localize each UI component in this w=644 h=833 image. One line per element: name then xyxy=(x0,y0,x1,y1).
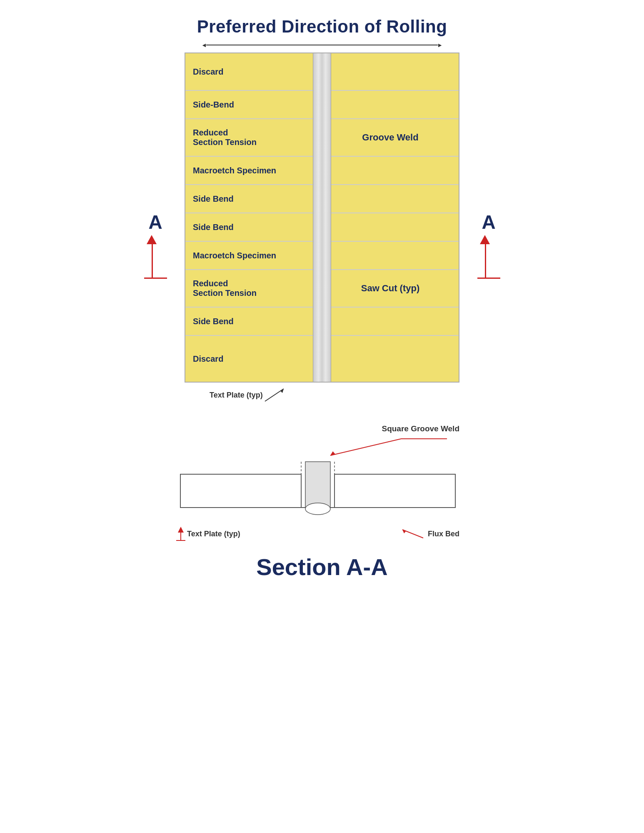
left-arrow-shaft xyxy=(152,244,153,278)
row-side-bend-1-label: Side-Bend xyxy=(193,100,234,110)
bottom-annotation-row: Text Plate (typ) Flux Bed xyxy=(176,527,459,541)
text-plate-arrow-head xyxy=(178,527,184,533)
row-macroetch-1-right xyxy=(322,157,459,184)
cross-section-svg xyxy=(176,458,459,524)
row-discard-bottom-label: Discard xyxy=(193,354,223,364)
svg-rect-6 xyxy=(334,474,455,508)
svg-rect-5 xyxy=(180,474,301,508)
row-side-bend-1-right xyxy=(322,91,459,118)
row-macroetch-1-label: Macroetch Specimen xyxy=(193,166,276,175)
row-side-bend-3-right xyxy=(322,213,459,241)
row-side-bend-3-label: Side Bend xyxy=(193,223,234,232)
text-plate-cross-annotation: Text Plate (typ) xyxy=(176,527,240,541)
row-groove-weld: Groove Weld xyxy=(322,119,459,156)
right-arrow-base xyxy=(477,278,500,279)
row-discard-bottom-left: Discard xyxy=(185,336,322,382)
text-plate-label: Text Plate (typ) xyxy=(210,391,263,400)
groove-weld-label: Groove Weld xyxy=(362,132,418,143)
row-side-bend-2-label: Side Bend xyxy=(193,194,234,204)
right-side-label: A xyxy=(472,211,505,279)
text-plate-arrow-shaft xyxy=(180,533,181,540)
row-side-bend-2-right xyxy=(322,185,459,213)
row-macroetch-2-left: Macroetch Specimen xyxy=(185,242,322,269)
flux-bed-leader-svg xyxy=(400,528,425,540)
row-reduced-tension-2-label: ReducedSection Tension xyxy=(193,279,257,298)
left-arrow-base xyxy=(144,278,167,279)
row-side-bend-2-left: Side Bend xyxy=(185,185,322,213)
groove-weld-annotation-row: Square Groove Weld xyxy=(176,424,459,433)
row-discard-top-left: Discard xyxy=(185,53,322,90)
row-reduced-tension-1-label: ReducedSection Tension xyxy=(193,128,257,147)
row-side-bend-1-left: Side-Bend xyxy=(185,91,322,118)
row-reduced-tension-2-left: ReducedSection Tension xyxy=(185,270,322,307)
row-macroetch-2-label: Macroetch Specimen xyxy=(193,251,276,260)
main-diagram-container: A Discard Side xyxy=(33,53,611,403)
section-aa-wrapper: Square Groove Weld xyxy=(176,424,468,580)
arrow-right-head: ► xyxy=(437,42,443,48)
cross-section-view xyxy=(176,458,459,524)
row-macroetch-2-right xyxy=(322,242,459,269)
row-side-bend-4-left: Side Bend xyxy=(185,308,322,335)
right-up-arrow xyxy=(477,235,500,279)
row-saw-cut: Saw Cut (typ) xyxy=(322,270,459,307)
svg-point-10 xyxy=(305,503,330,515)
text-plate-arrow xyxy=(176,527,185,541)
left-arrow-head xyxy=(147,235,157,244)
page-title: Preferred Direction of Rolling xyxy=(197,17,447,37)
section-title: Section A-A xyxy=(176,553,468,580)
groove-weld-leader-container xyxy=(176,437,459,458)
text-plate-leader xyxy=(263,387,288,403)
row-macroetch-1-left: Macroetch Specimen xyxy=(185,157,322,184)
left-side-label: A xyxy=(139,211,172,279)
weld-strip xyxy=(313,53,331,382)
left-up-arrow xyxy=(144,235,167,279)
right-a-label: A xyxy=(482,211,495,233)
groove-weld-leader-svg xyxy=(176,437,459,458)
right-arrow-shaft xyxy=(485,244,486,278)
flux-bed-label: Flux Bed xyxy=(428,530,459,538)
text-plate-arrow-base xyxy=(176,540,185,541)
row-side-bend-4-right xyxy=(322,308,459,335)
full-diagram: Preferred Direction of Rolling ► A D xyxy=(33,17,611,580)
flux-bed-annotation: Flux Bed xyxy=(400,528,459,540)
left-a-label: A xyxy=(148,211,162,233)
row-reduced-tension-1-left: ReducedSection Tension xyxy=(185,119,322,156)
row-side-bend-3-left: Side Bend xyxy=(185,213,322,241)
direction-arrow: ► xyxy=(193,41,451,49)
text-plate-annotation: Text Plate (typ) xyxy=(210,387,288,403)
row-discard-bottom-right xyxy=(322,336,459,382)
square-groove-weld-label: Square Groove Weld xyxy=(382,424,459,433)
row-discard-top-label: Discard xyxy=(193,67,223,77)
text-plate-cross-label: Text Plate (typ) xyxy=(187,530,240,538)
svg-rect-7 xyxy=(305,462,330,508)
row-discard-top-right xyxy=(322,53,459,90)
horiz-arrow: ► xyxy=(201,41,443,49)
svg-line-2 xyxy=(330,439,401,455)
plate-diagram: Discard Side-Bend ReducedSection Tension xyxy=(185,53,459,383)
right-arrow-head xyxy=(480,235,490,244)
saw-cut-label: Saw Cut (typ) xyxy=(361,283,420,294)
row-side-bend-4-label: Side Bend xyxy=(193,317,234,326)
